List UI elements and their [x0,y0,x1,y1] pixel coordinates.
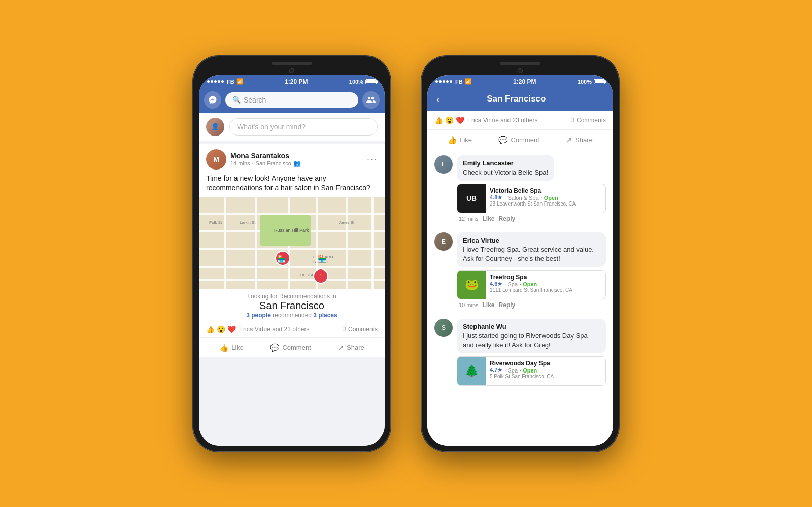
friend-requests-button[interactable] [362,91,380,109]
messenger-button[interactable] [204,91,221,109]
wifi-icon-1: 📶 [236,78,244,85]
signal-dots-1 [207,80,224,83]
rec-count: 3 people recommended 3 places [206,312,378,319]
treefrog-address: 1111 Lombard St San Francisco, CA [490,287,601,293]
emily-name: Emily Lancaster [463,159,548,167]
svg-text:Jones St: Jones St [339,220,355,225]
treefrog-rating: 4.6★ [490,281,502,287]
svg-rect-4 [199,266,385,268]
camera-2 [518,68,523,73]
search-placeholder: Search [244,96,266,104]
svg-text:Polk St: Polk St [209,220,222,225]
victoria-belle-card[interactable]: UB Victoria Belle Spa 4.8★ · Salon & Spa… [457,184,606,213]
riverwoods-open: · Open [520,367,537,374]
compose-input[interactable]: What's on your mind? [229,118,378,136]
svg-rect-5 [199,279,385,281]
erica-name: Erica Virtue [463,236,600,244]
time-2: 1:20 PM [513,78,536,85]
post-more-button[interactable]: ··· [367,154,378,164]
victoria-logo: UB [457,184,486,213]
comment-stephanie: S Stephanie Wu I just started going to R… [427,314,613,391]
svg-text:Larkin St: Larkin St [240,220,256,225]
victoria-rating: 4.8★ [490,194,502,201]
reactions-left-1: 👍 😮 ❤️ Erica Virtue and 23 others [206,325,310,333]
action-bar-2: 👍 Like 💬 Comment ↗ Share [427,130,613,150]
rec-subtitle: Looking for Recommendations in [206,293,378,300]
status-right-1: 100% [349,79,377,85]
comment-button-1[interactable]: 💬 Comment [265,341,316,354]
post-meta: Mona Sarantakos 14 mins · San Francisco … [230,152,363,167]
signal-dots-2 [435,80,452,83]
stephanie-avatar: S [434,319,453,337]
phones-container: FB 📶 1:20 PM 100% [193,56,619,452]
carrier-1: FB [227,79,234,85]
battery-pct-1: 100% [349,79,363,85]
emily-comment-bubble: Emily Lancaster Check out Victoria Belle… [457,155,554,181]
erica-comment-bubble: Erica Virtue I love Treefrog Spa. Great … [457,232,606,267]
riverwoods-card[interactable]: 🌲 Riverwoods Day Spa 4.7★ · Spa · Open 5… [457,356,606,386]
share-icon-2: ↗ [566,136,572,145]
treefrog-open: · Open [520,281,537,287]
like-button-2[interactable]: 👍 Like [443,133,477,147]
battery-icon-2 [594,79,605,84]
victoria-open: · Open [541,195,558,201]
like-label-2: Like [460,136,472,144]
status-left-1: FB 📶 [207,78,244,85]
phone-1-screen: FB 📶 1:20 PM 100% [199,75,385,446]
stephanie-comment-body: Stephanie Wu I just started going to Riv… [457,319,606,386]
battery-pct-2: 100% [578,79,592,85]
emily-comment-meta: 12 mins Like Reply [457,215,606,222]
svg-text:🏪: 🏪 [277,255,286,263]
map-image: Russian Hill Park Polk St Larkin St Jone… [199,197,385,289]
comment-emily: E Emily Lancaster Check out Victoria Bel… [427,150,613,228]
wow-emoji: 😮 [217,325,225,333]
post-header: M Mona Sarantakos 14 mins · San Francisc… [199,144,385,173]
post-text: Time for a new look! Anyone have any rec… [199,173,385,197]
comments-count-1: 3 Comments [343,326,378,333]
reactions-left-2: 👍 😮 ❤️ Erica Virtue and 23 others [434,116,538,124]
phone-2-screen: FB 📶 1:20 PM 100% ‹ San Francisco [427,75,613,446]
treefrog-card[interactable]: 🐸 Treefrog Spa 4.6★ · Spa · Open 1111 Lo… [457,270,606,299]
post-author-name: Mona Sarantakos [230,152,363,160]
svg-text:Russian Hill Park: Russian Hill Park [274,228,309,233]
share-button-1[interactable]: ↗ Share [332,341,369,354]
victoria-info: Victoria Belle Spa 4.8★ · Salon & Spa · … [486,184,605,213]
emily-reply-action[interactable]: Reply [499,215,516,222]
stephanie-comment-bubble: Stephanie Wu I just started going to Riv… [457,319,606,353]
reactions-text-1: Erica Virtue and 23 others [239,326,310,333]
heart-emoji: ❤️ [227,325,236,333]
emily-like-action[interactable]: Like [483,215,495,222]
svg-rect-7 [255,197,257,289]
detail-content: 👍 😮 ❤️ Erica Virtue and 23 others 3 Comm… [427,111,613,446]
like-button-1[interactable]: 👍 Like [214,341,249,354]
comment-erica: E Erica Virtue I love Treefrog Spa. Grea… [427,227,613,314]
erica-avatar: E [434,232,453,251]
svg-rect-3 [199,248,385,250]
carrier-2: FB [455,79,463,85]
wow-emoji-2: 😮 [445,116,454,124]
comment-label-2: Comment [511,136,539,144]
treefrog-logo: 🐸 [457,271,486,299]
share-button-2[interactable]: ↗ Share [561,133,598,147]
feed-content: 👤 What's on your mind? M Mona Sarantakos… [199,113,385,446]
battery-fill-2 [595,80,604,83]
treefrog-name: Treefrog Spa [490,274,601,281]
erica-like-action[interactable]: Like [483,301,495,309]
riverwoods-logo: 🌲 [457,357,486,385]
status-left-2: FB 📶 [435,78,472,85]
comment-label-1: Comment [282,344,311,351]
erica-reply-action[interactable]: Reply [499,301,516,309]
stephanie-name: Stephanie Wu [463,323,600,330]
erica-comment-body: Erica Virtue I love Treefrog Spa. Great … [457,232,606,309]
share-icon-1: ↗ [337,343,344,352]
share-label-2: Share [575,136,593,144]
comment-button-2[interactable]: 💬 Comment [493,133,544,147]
like-icon-1: 👍 [219,343,229,352]
victoria-name: Victoria Belle Spa [490,187,601,194]
page-title: San Francisco [446,94,587,104]
search-icon: 🔍 [232,96,241,104]
svg-text:🏪: 🏪 [318,255,327,263]
like-emoji: 👍 [206,325,215,333]
search-bar[interactable]: 🔍 Search [225,92,358,108]
back-button[interactable]: ‹ [434,91,442,107]
